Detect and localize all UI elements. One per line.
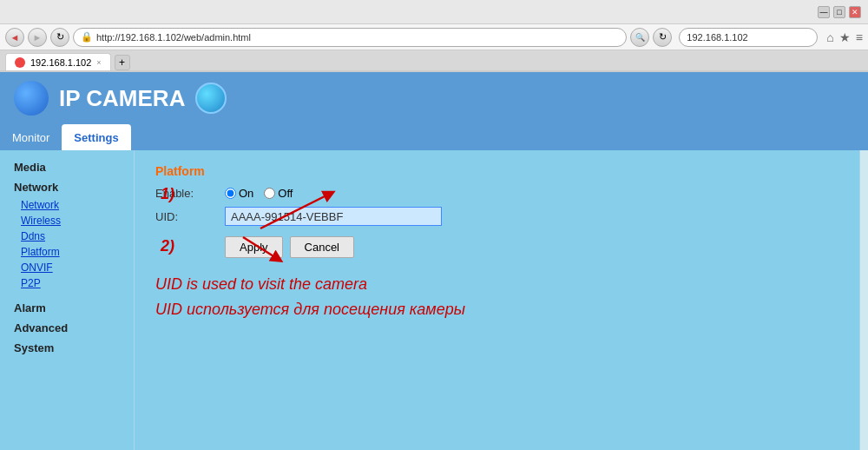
sidebar-advanced-label: Advanced — [0, 318, 134, 338]
browser-tab[interactable]: 192.168.1.102 × — [5, 53, 111, 70]
right-scrollbar[interactable] — [859, 150, 868, 450]
enable-radio-group: On Off — [225, 187, 293, 200]
radio-off-label: Off — [278, 187, 293, 200]
sidebar-item-onvif[interactable]: ONVIF — [0, 260, 134, 275]
refresh2-button[interactable]: ↻ — [653, 28, 672, 47]
sidebar-network-group: Network — [0, 177, 134, 197]
forward-button[interactable]: ► — [28, 28, 47, 47]
nav-bar: ◄ ► ↻ 🔒 http://192.168.1.102/web/admin.h… — [0, 24, 868, 50]
header-globe-right — [195, 83, 227, 114]
enable-label: Enable: — [155, 187, 225, 200]
address-text: http://192.168.1.102/web/admin.html — [96, 32, 251, 43]
sidebar-system-label: System — [0, 338, 134, 358]
sidebar-alarm-label: Alarm — [0, 298, 134, 318]
app-nav: Monitor Settings — [0, 124, 868, 150]
radio-off[interactable]: Off — [264, 187, 293, 200]
address-bar[interactable]: 🔒 http://192.168.1.102/web/admin.html — [73, 28, 627, 47]
toolbar-icons: ⌂ ★ ≡ — [826, 30, 863, 44]
settings-icon[interactable]: ≡ — [856, 30, 863, 44]
back-button[interactable]: ◄ — [5, 28, 24, 47]
close-button[interactable]: ✕ — [849, 6, 861, 18]
new-tab-button[interactable]: + — [115, 55, 130, 70]
address-lock-icon: 🔒 — [81, 31, 93, 43]
search-box[interactable]: 192.168.1.102 — [679, 28, 818, 47]
sidebar-media-label: Media — [0, 157, 134, 177]
sidebar-item-p2p[interactable]: P2P — [0, 275, 134, 291]
radio-off-input[interactable] — [264, 188, 275, 199]
main-layout: Media Network Network Wireless Ddns Plat… — [0, 150, 868, 450]
sidebar-item-network[interactable]: Network — [0, 197, 134, 213]
home-icon[interactable]: ⌂ — [826, 30, 833, 44]
minimize-button[interactable]: — — [818, 6, 830, 18]
radio-on[interactable]: On — [225, 187, 253, 200]
sidebar-item-ddns[interactable]: Ddns — [0, 228, 134, 244]
radio-on-label: On — [239, 187, 253, 200]
info-line-2: UID используется для посещения камеры — [155, 301, 838, 319]
header-globe-left — [14, 81, 49, 116]
button-row: Apply Cancel — [225, 236, 838, 258]
tab-favicon — [15, 57, 25, 68]
content-area: 1) 2) Platform Enable: On Off — [135, 150, 859, 450]
cancel-button[interactable]: Cancel — [290, 236, 354, 258]
app-header: IP CAMERA — [0, 72, 868, 124]
info-line-1: UID is used to visit the camera — [155, 275, 838, 294]
app-container: IP CAMERA Monitor Settings Media Network… — [0, 72, 868, 450]
tab-title: 192.168.1.102 — [30, 57, 91, 68]
tabs-bar: 192.168.1.102 × + — [0, 50, 868, 71]
apply-button[interactable]: Apply — [225, 236, 283, 258]
radio-on-input[interactable] — [225, 188, 236, 199]
platform-section: Platform Enable: On Off — [155, 164, 838, 319]
section-title: Platform — [155, 164, 838, 178]
maximize-button[interactable]: □ — [833, 6, 845, 18]
nav-tab-monitor[interactable]: Monitor — [0, 124, 62, 150]
title-bar: — □ ✕ — [0, 0, 868, 24]
sidebar-item-wireless[interactable]: Wireless — [0, 213, 134, 228]
refresh-button[interactable]: ↻ — [50, 28, 69, 47]
uid-row: UID: — [155, 207, 838, 226]
sidebar-item-platform[interactable]: Platform — [0, 244, 134, 260]
window-controls: — □ ✕ — [818, 6, 861, 18]
enable-row: Enable: On Off — [155, 187, 838, 200]
search-go-button[interactable]: 🔍 — [630, 28, 649, 47]
uid-label: UID: — [155, 210, 225, 223]
search-tab-title: 192.168.1.102 — [687, 32, 810, 43]
sidebar: Media Network Network Wireless Ddns Plat… — [0, 150, 135, 450]
star-icon[interactable]: ★ — [839, 30, 851, 44]
nav-tab-settings[interactable]: Settings — [62, 124, 130, 150]
uid-input[interactable] — [225, 207, 442, 226]
app-title: IP CAMERA — [59, 85, 185, 112]
tab-close-button[interactable]: × — [96, 58, 101, 67]
